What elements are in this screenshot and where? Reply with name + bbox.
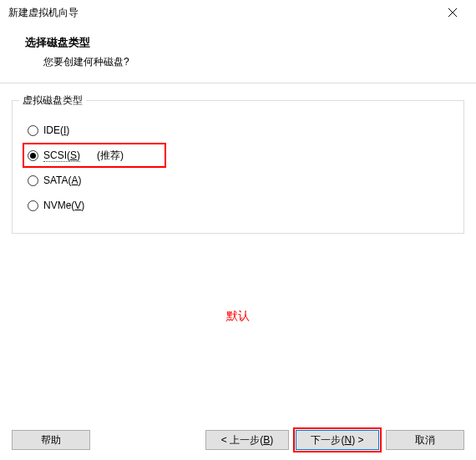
window-title: 新建虚拟机向导 [8, 6, 78, 20]
default-annotation: 默认 [226, 309, 250, 324]
back-button[interactable]: < 上一步(B) [205, 430, 289, 450]
radio-sata[interactable]: SATA(A) [23, 168, 453, 193]
wizard-header: 选择磁盘类型 您要创建何种磁盘? [0, 25, 476, 83]
radio-label-sata: SATA(A) [43, 174, 82, 186]
disk-type-group: 虚拟磁盘类型 IDE(I) SCSI(S) (推荐) SATA(A) NVMe(… [12, 100, 464, 234]
content-area: 虚拟磁盘类型 IDE(I) SCSI(S) (推荐) SATA(A) NVMe(… [0, 83, 476, 242]
radio-nvme[interactable]: NVMe(V) [23, 193, 453, 218]
cancel-button[interactable]: 取消 [386, 430, 464, 450]
radio-label-scsi: SCSI(S) [43, 149, 80, 161]
radio-icon [28, 175, 38, 186]
close-icon [448, 8, 457, 17]
page-subtitle: 您要创建何种磁盘? [25, 55, 451, 69]
radio-icon [28, 200, 38, 211]
next-button[interactable]: 下一步(N) > [296, 430, 379, 450]
help-button[interactable]: 帮助 [12, 430, 90, 450]
recommended-label: (推荐) [97, 149, 124, 163]
radio-icon [28, 125, 38, 136]
radio-label-nvme: NVMe(V) [43, 200, 84, 211]
group-label: 虚拟磁盘类型 [19, 94, 86, 108]
radio-scsi[interactable]: SCSI(S) (推荐) [23, 143, 166, 168]
button-bar: 帮助 < 上一步(B) 下一步(N) > 取消 [0, 430, 476, 450]
titlebar: 新建虚拟机向导 [0, 0, 476, 25]
close-button[interactable] [436, 1, 469, 24]
radio-icon [28, 150, 38, 161]
radio-ide[interactable]: IDE(I) [23, 118, 453, 143]
page-title: 选择磁盘类型 [25, 35, 451, 50]
radio-label-ide: IDE(I) [43, 124, 69, 136]
